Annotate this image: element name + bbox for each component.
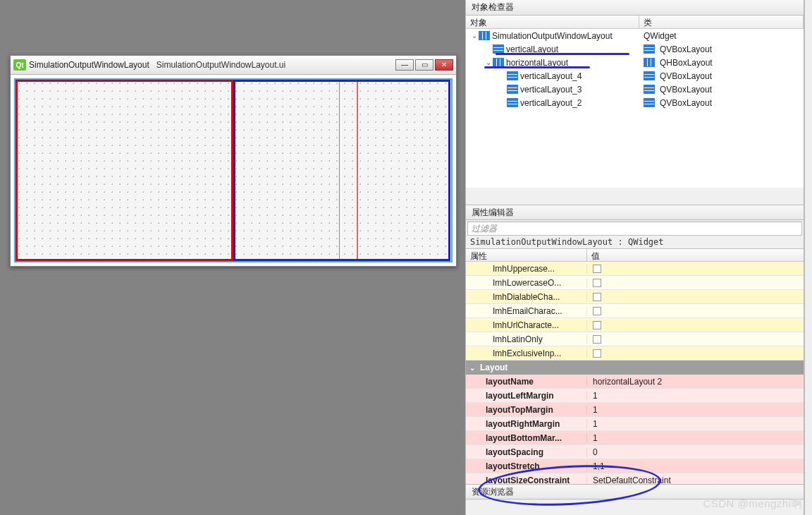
property-editor-header: 属性编辑器 [466,205,804,220]
prop-row-layoutLeftMargin[interactable]: layoutLeftMargin1 [466,389,804,403]
prop-key: layoutSpacing [466,447,587,457]
expand-icon[interactable]: ⌄ [484,59,493,66]
property-editor-title: 属性编辑器 [472,207,514,219]
prop-key: ImhEmailCharac... [466,306,587,316]
prop-row-ImhDialableCha...[interactable]: ImhDialableCha... [466,290,804,304]
col-val[interactable]: 值 [587,249,804,261]
prop-value[interactable]: 1,1 [587,461,804,471]
tree-row-verticalLayout_2[interactable]: verticalLayout_2QVBoxLayout [466,96,804,109]
window-scrollbar[interactable] [804,0,812,515]
checkbox[interactable] [593,293,601,301]
vbox-layout-icon [644,71,655,81]
prop-group-layout[interactable]: ⌄Layout [466,360,804,375]
property-table[interactable]: ImhUppercase...ImhLowercaseO...ImhDialab… [466,262,804,499]
horizontalLayout-region[interactable] [233,80,451,261]
tree-item-label: SimulationOutputWindowLayout [492,31,613,41]
vbox-layout-icon [507,85,518,95]
prop-key: layoutBottomMar... [466,433,587,443]
tree-item-class: QWidget [644,31,677,41]
hbox-layout-icon [644,58,655,68]
tree-row-verticalLayout[interactable]: verticalLayoutQVBoxLayout [466,42,804,56]
minimize-button[interactable]: — [395,59,414,71]
preview-body[interactable] [14,78,453,262]
prop-value[interactable]: 1 [587,419,804,429]
expand-icon[interactable]: ⌄ [470,32,479,40]
object-tree[interactable]: ⌄SimulationOutputWindowLayoutQWidgetvert… [466,29,804,188]
checkbox[interactable] [593,265,601,273]
preview-title: SimulationOutputWindowLayout [29,60,149,70]
prop-row-ImhEmailCharac...[interactable]: ImhEmailCharac... [466,304,804,318]
tree-item-label: verticalLayout_2 [520,98,582,108]
prop-value[interactable]: 0 [587,447,804,457]
prop-row-layoutTopMargin[interactable]: layoutTopMargin1 [466,403,804,417]
prop-row-ImhLatinOnly[interactable]: ImhLatinOnly [466,332,804,346]
hbox-layout-icon [479,31,490,41]
tree-item-class: QVBoxLayout [660,44,712,54]
tree-item-class: QHBoxLayout [660,58,713,68]
qt-icon: Qt [13,59,26,71]
object-inspector-header: 对象检查器 [466,0,804,16]
tree-row-verticalLayout_4[interactable]: verticalLayout_4QVBoxLayout [466,69,804,83]
verticalLayout_4-region[interactable] [235,82,340,259]
right-panels: 对象检查器 对象 类 ⌄SimulationOutputWindowLayout… [465,0,804,515]
checkbox[interactable] [593,279,601,287]
prop-row-layoutSpacing[interactable]: layoutSpacing0 [466,445,804,459]
checkbox[interactable] [593,321,601,329]
checkbox[interactable] [593,349,601,358]
preview-titlebar[interactable]: Qt SimulationOutputWindowLayout Simulati… [11,56,456,75]
prop-row-ImhUppercase...[interactable]: ImhUppercase... [466,262,804,276]
prop-value[interactable]: horizontalLayout 2 [587,377,804,387]
collapse-icon[interactable]: ⌄ [466,364,479,372]
vbox-layout-icon [644,98,655,108]
col-object[interactable]: 对象 [466,16,639,28]
prop-row-layoutName[interactable]: layoutNamehorizontalLayout 2 [466,375,804,389]
tree-row-verticalLayout_3[interactable]: verticalLayout_3QVBoxLayout [466,83,804,96]
tree-item-class: QVBoxLayout [660,71,712,81]
verticalLayout-region[interactable] [16,80,233,261]
verticalLayout_3-region[interactable] [339,82,357,259]
prop-key: ImhDialableCha... [466,292,587,302]
prop-key: layoutLeftMargin [466,391,587,401]
resource-browser-header[interactable]: 资源浏览器 [466,484,804,499]
col-class[interactable]: 类 [639,16,804,28]
close-button[interactable]: ✕ [435,59,453,71]
prop-key: layoutRightMargin [466,419,587,429]
prop-key: ImhUrlCharacte... [466,320,587,330]
prop-key: ImhUppercase... [466,264,587,274]
vbox-layout-icon [644,85,655,95]
checkbox[interactable] [593,335,601,344]
tree-item-class: QVBoxLayout [660,98,712,108]
prop-group-label: Layout [479,363,804,372]
prop-row-ImhLowercaseO...[interactable]: ImhLowercaseO... [466,276,804,290]
prop-row-ImhExclusiveInp...[interactable]: ImhExclusiveInp... [466,346,804,360]
property-editor-panel: 属性编辑器 过滤器 SimulationOutputWindowLayout :… [466,205,804,499]
prop-key: layoutName [466,377,587,387]
prop-value[interactable]: 1 [587,433,804,443]
checkbox[interactable] [593,307,601,315]
property-filter-input[interactable]: 过滤器 [467,222,802,236]
prop-row-ImhUrlCharacte...[interactable]: ImhUrlCharacte... [466,318,804,332]
tree-row-SimulationOutputWindowLayout[interactable]: ⌄SimulationOutputWindowLayoutQWidget [466,29,804,42]
verticalLayout_2-region[interactable] [357,82,448,259]
preview-subtitle: SimulationOutputWindowLayout.ui [156,60,285,70]
design-canvas: Qt SimulationOutputWindowLayout Simulati… [0,0,465,515]
object-inspector-title: 对象检查器 [472,1,514,13]
prop-value[interactable]: 1 [587,405,804,415]
property-context: SimulationOutputWindowLayout : QWidget [466,236,804,248]
tree-item-class: QVBoxLayout [660,85,712,95]
vbox-layout-icon [644,44,655,54]
tree-row-horizontalLayout[interactable]: ⌄horizontalLayoutQHBoxLayout [466,56,804,69]
preview-window[interactable]: Qt SimulationOutputWindowLayout Simulati… [10,55,457,267]
maximize-button[interactable]: ▭ [415,59,433,71]
prop-key: layoutTopMargin [466,405,587,415]
prop-key: ImhLowercaseO... [466,278,587,288]
prop-key: ImhLatinOnly [466,334,587,344]
object-inspector-columns: 对象 类 [466,16,804,29]
tree-item-label: verticalLayout_4 [520,71,582,81]
resource-browser-title: 资源浏览器 [472,486,514,498]
prop-row-layoutRightMargin[interactable]: layoutRightMargin1 [466,417,804,431]
prop-value[interactable]: 1 [587,391,804,401]
prop-row-layoutStretch[interactable]: layoutStretch1,1 [466,459,804,473]
col-prop[interactable]: 属性 [466,249,587,261]
prop-row-layoutBottomMar...[interactable]: layoutBottomMar...1 [466,431,804,445]
